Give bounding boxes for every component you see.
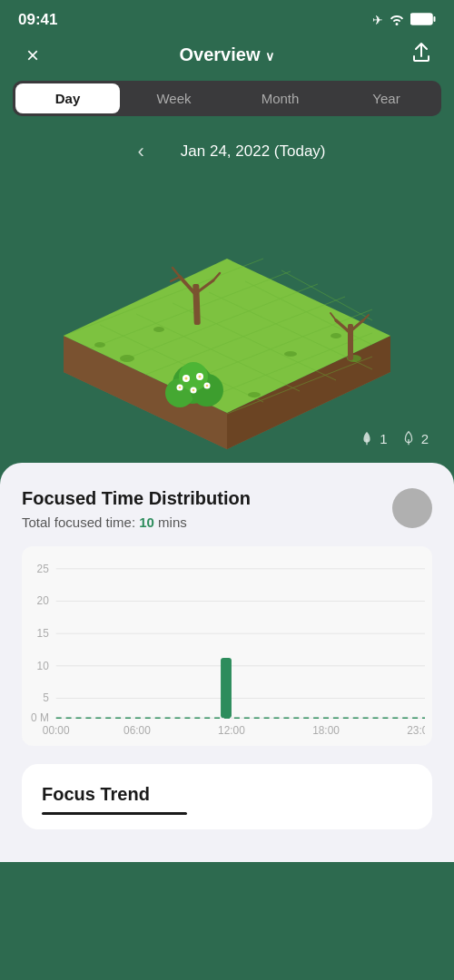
svg-point-20 — [284, 351, 297, 357]
chart-container: 25 20 15 10 5 0 M — [22, 546, 432, 746]
period-week-button[interactable]: Week — [122, 83, 226, 113]
svg-point-22 — [331, 333, 341, 338]
garden-container: 1 2 — [0, 181, 454, 463]
svg-point-23 — [248, 392, 261, 397]
total-value: 10 — [139, 514, 154, 530]
chart-area: 25 20 15 10 5 0 M — [29, 557, 425, 739]
svg-point-26 — [94, 342, 105, 348]
dead-count-value: 2 — [421, 431, 429, 446]
period-selector: Day Week Month Year — [13, 81, 441, 116]
share-button[interactable] — [405, 42, 438, 68]
total-unit: mins — [158, 514, 187, 530]
svg-rect-0 — [410, 14, 432, 24]
living-plant-count: 1 — [359, 430, 387, 446]
svg-text:25: 25 — [37, 563, 50, 575]
status-time: 09:41 — [18, 11, 57, 29]
plant-counts: 1 2 — [359, 430, 429, 446]
svg-text:23:00: 23:00 — [407, 724, 425, 737]
focused-time-header: Focused Time Distribution Total focused … — [22, 488, 432, 530]
total-label: Total focused time: — [22, 514, 135, 530]
battery-icon — [410, 13, 436, 28]
svg-point-51 — [192, 389, 195, 392]
focus-trend-underline — [42, 812, 187, 815]
svg-rect-67 — [221, 658, 232, 718]
total-time-text: Total focused time: 10 mins — [22, 514, 251, 530]
svg-text:10: 10 — [37, 660, 50, 672]
svg-text:5: 5 — [43, 691, 49, 704]
status-bar: 09:41 ✈ — [0, 0, 454, 36]
svg-text:20: 20 — [37, 594, 50, 607]
living-count-value: 1 — [380, 431, 387, 446]
chevron-down-icon: ∨ — [265, 49, 274, 64]
top-nav: × Overview ∨ — [0, 36, 454, 81]
svg-point-50 — [206, 385, 209, 387]
svg-text:00:00: 00:00 — [43, 724, 70, 737]
svg-point-24 — [153, 327, 164, 332]
prev-date-button[interactable]: ‹ — [128, 136, 153, 167]
nav-title-text: Overview — [180, 44, 261, 65]
svg-point-48 — [199, 376, 202, 378]
focused-time-section: Focused Time Distribution Total focused … — [22, 488, 432, 746]
dead-plant-count: 2 — [400, 430, 429, 446]
svg-text:18:00: 18:00 — [312, 724, 340, 737]
overview-dropdown[interactable]: Overview ∨ — [180, 44, 275, 65]
svg-text:15: 15 — [37, 627, 50, 640]
date-navigation: ‹ Jan 24, 2022 (Today) — [0, 129, 454, 181]
svg-text:0 M: 0 M — [31, 711, 49, 724]
wifi-icon — [389, 13, 405, 28]
airplane-icon: ✈ — [372, 13, 383, 27]
focus-trend-title: Focus Trend — [42, 784, 412, 805]
period-year-button[interactable]: Year — [334, 83, 439, 113]
status-icons: ✈ — [372, 13, 436, 28]
svg-point-19 — [120, 355, 134, 362]
focus-trend-section: Focus Trend — [22, 764, 432, 829]
toggle-button[interactable] — [392, 488, 432, 528]
svg-point-49 — [179, 387, 182, 389]
current-date-label: Jan 24, 2022 (Today) — [181, 142, 326, 161]
svg-line-30 — [173, 268, 180, 277]
garden-scene — [18, 186, 436, 458]
svg-line-31 — [171, 277, 180, 281]
period-day-button[interactable]: Day — [15, 83, 120, 113]
svg-text:12:00: 12:00 — [218, 724, 245, 737]
focused-time-title: Focused Time Distribution — [22, 488, 251, 509]
close-button[interactable]: × — [16, 43, 49, 68]
period-month-button[interactable]: Month — [228, 83, 332, 113]
svg-text:06:00: 06:00 — [123, 724, 151, 737]
svg-rect-1 — [434, 16, 436, 22]
bottom-card: Focused Time Distribution Total focused … — [0, 463, 454, 862]
chart-svg: 25 20 15 10 5 0 M — [29, 557, 425, 739]
svg-point-47 — [185, 377, 188, 380]
focused-time-info: Focused Time Distribution Total focused … — [22, 488, 251, 530]
